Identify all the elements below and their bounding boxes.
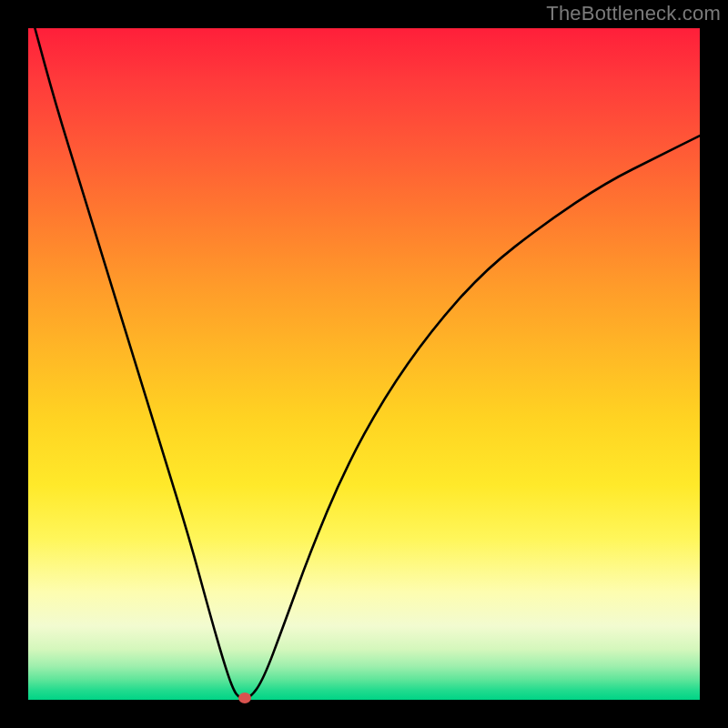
image-frame: TheBottleneck.com [0,0,728,728]
watermark-text: TheBottleneck.com [546,2,721,25]
curve-layer [28,28,700,700]
plot-area [28,28,700,700]
minimum-marker [238,693,251,703]
bottleneck-curve-path [35,28,700,699]
